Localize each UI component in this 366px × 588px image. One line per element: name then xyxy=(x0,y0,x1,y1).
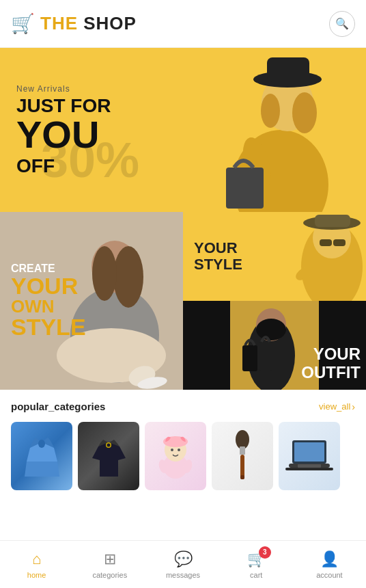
nav-item-cart[interactable]: 🛒 3 cart xyxy=(220,550,293,554)
logo-the: THE xyxy=(40,13,78,34)
category-brush-image xyxy=(212,422,273,490)
category-jersey-image xyxy=(78,422,139,490)
svg-point-35 xyxy=(178,449,180,451)
promo-own: OWN xyxy=(11,297,172,315)
categories-row xyxy=(11,422,355,498)
svg-point-25 xyxy=(256,319,286,340)
view-all-link[interactable]: view_all › xyxy=(319,401,355,412)
categories-title: popular_categories xyxy=(11,401,105,412)
category-hoodie-image xyxy=(11,422,72,490)
laptop-svg xyxy=(285,438,333,475)
promo-your-2: YOURSTYLE xyxy=(194,240,355,273)
nav-item-messages[interactable]: 💬 messages xyxy=(146,550,219,554)
svg-rect-41 xyxy=(240,475,244,479)
logo-shop: SHOP xyxy=(78,13,137,34)
svg-rect-45 xyxy=(285,468,333,470)
search-button[interactable]: 🔍 xyxy=(329,11,355,37)
view-all-chevron-icon: › xyxy=(352,401,355,412)
promo-tr-text: YOURSTYLE xyxy=(183,212,366,301)
categories-header: popular_categories view_all › xyxy=(11,401,355,412)
account-icon: 👤 xyxy=(320,550,339,554)
app-header: 🛒 THE SHOP 🔍 xyxy=(0,0,366,48)
hero-text-area: New Arrivals JUST FOR YOU OFF xyxy=(0,70,366,189)
promo-your-1: YOUR xyxy=(11,274,172,297)
logo-text: THE SHOP xyxy=(40,13,137,34)
promo-grid: CREATE YOUR OWN STYLE YOURS xyxy=(0,212,366,390)
promo-br-text: YOUROUTFIT xyxy=(301,345,361,382)
promo-style-1: STYLE xyxy=(11,315,172,338)
category-laptop-image xyxy=(279,422,340,490)
category-item-jersey[interactable] xyxy=(78,422,139,490)
promo-card-left[interactable]: CREATE YOUR OWN STYLE xyxy=(0,212,183,390)
svg-rect-39 xyxy=(240,446,245,455)
svg-point-30 xyxy=(107,443,110,446)
svg-rect-26 xyxy=(242,345,257,371)
category-item-hoodie[interactable] xyxy=(11,422,72,490)
hero-off: OFF xyxy=(16,157,350,176)
brush-svg xyxy=(231,429,255,483)
baby-svg xyxy=(157,432,195,480)
hoodie-svg xyxy=(23,434,61,479)
svg-rect-46 xyxy=(298,464,321,468)
promo-left-text: CREATE YOUR OWN STYLE xyxy=(0,212,183,390)
categories-section: popular_categories view_all › xyxy=(0,390,366,498)
hero-you: YOU xyxy=(16,116,350,154)
nav-item-categories[interactable]: ⊞ categories xyxy=(73,550,146,554)
nav-item-account[interactable]: 👤 account xyxy=(293,550,366,554)
hero-banner: New Arrivals JUST FOR YOU OFF 30% xyxy=(0,48,366,212)
promo-card-top-right[interactable]: YOURSTYLE xyxy=(183,212,366,301)
svg-point-34 xyxy=(171,449,173,451)
svg-rect-43 xyxy=(294,442,324,462)
svg-rect-27 xyxy=(259,342,272,371)
search-icon: 🔍 xyxy=(335,17,349,30)
svg-point-28 xyxy=(38,440,45,448)
home-icon: ⌂ xyxy=(32,550,41,554)
jersey-svg xyxy=(90,434,128,479)
promo-your-3: YOUROUTFIT xyxy=(301,345,361,382)
category-item-baby[interactable] xyxy=(145,422,206,490)
hero-new-arrivals: New Arrivals xyxy=(16,84,350,94)
cart-wrapper: 🛒 3 xyxy=(247,550,266,554)
svg-point-38 xyxy=(236,430,249,449)
bottom-navigation: ⌂ home ⊞ categories 💬 messages 🛒 3 cart … xyxy=(0,540,366,553)
messages-icon: 💬 xyxy=(174,550,193,554)
logo-area: 🛒 THE SHOP xyxy=(11,12,137,35)
category-item-laptop[interactable] xyxy=(279,422,340,490)
categories-icon: ⊞ xyxy=(104,550,116,554)
promo-card-bottom-right[interactable]: YOUROUTFIT xyxy=(183,301,366,390)
category-baby-image xyxy=(145,422,206,490)
cart-badge: 3 xyxy=(259,546,271,554)
category-item-brush[interactable] xyxy=(212,422,273,490)
nav-item-home[interactable]: ⌂ home xyxy=(0,550,73,554)
view-all-label: view_all xyxy=(319,401,350,412)
logo-cart-icon: 🛒 xyxy=(11,12,35,35)
